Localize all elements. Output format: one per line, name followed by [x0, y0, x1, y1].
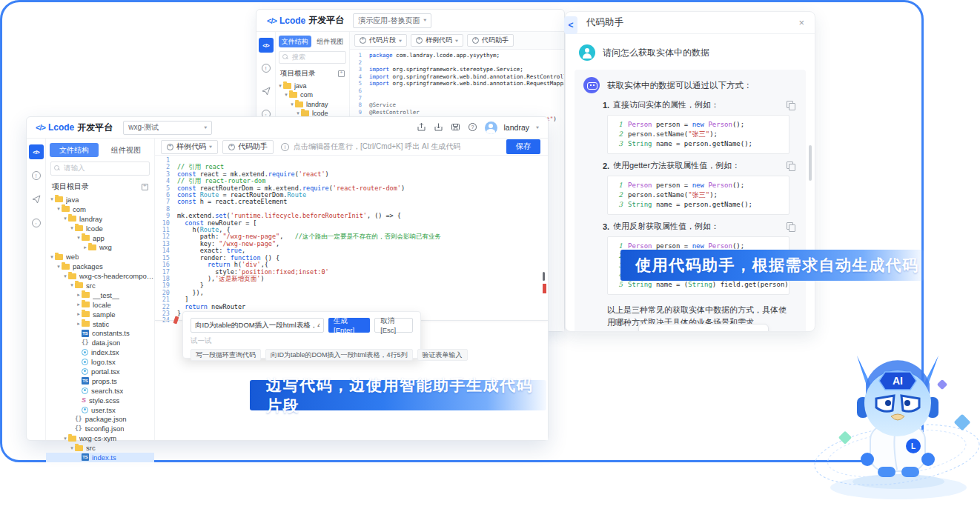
- tree-item[interactable]: ▸sample: [46, 310, 154, 319]
- code-view-icon[interactable]: </>: [29, 144, 44, 159]
- suggestion-chip[interactable]: 向ID为table的DOM插入一段html表格，4行5列: [265, 349, 413, 361]
- panel-scrollbar[interactable]: [809, 145, 812, 181]
- tree-item[interactable]: ▾web: [46, 252, 154, 262]
- cancel-button[interactable]: 取消[Esc]: [374, 318, 413, 333]
- import-icon[interactable]: [434, 122, 444, 133]
- code-line[interactable]: 5import org.springframework.web.bind.ann…: [350, 80, 564, 87]
- tree-item[interactable]: ▾landray: [46, 214, 154, 224]
- tree-item[interactable]: ▾landray: [276, 100, 349, 109]
- tree-item[interactable]: {}data.json: [46, 338, 154, 347]
- tab-file-structure[interactable]: 文件结构: [279, 36, 311, 47]
- tree-item[interactable]: ▾java: [46, 195, 154, 204]
- tree-item[interactable]: ▾app: [46, 233, 154, 243]
- tab-component-view[interactable]: 组件视图: [102, 143, 150, 157]
- tree-item[interactable]: logo.tsx: [46, 357, 154, 367]
- copy-icon[interactable]: [787, 101, 794, 109]
- generate-button[interactable]: 生成[Enter]: [328, 318, 370, 333]
- user-avatar[interactable]: [485, 121, 497, 134]
- tree-item[interactable]: ▸locale: [46, 300, 154, 310]
- tab-component-view[interactable]: 组件视图: [314, 36, 347, 47]
- search-input[interactable]: 请输入: [50, 162, 150, 176]
- code-line[interactable]: 4import org.springframework.web.bind.ann…: [350, 73, 564, 81]
- tree-item[interactable]: ▸wxg: [46, 242, 154, 252]
- ai-prompt-input[interactable]: [191, 318, 324, 333]
- collapse-all-icon[interactable]: [142, 184, 148, 190]
- tree-root-row[interactable]: 项目根目录: [52, 182, 148, 192]
- assistant-input[interactable]: [645, 331, 752, 332]
- code-assistant-tab[interactable]: 代码助手: [222, 140, 274, 154]
- send-icon[interactable]: [752, 330, 762, 332]
- tree-item[interactable]: ▾src: [46, 281, 154, 290]
- tree-item[interactable]: TSindex.ts: [46, 453, 154, 462]
- tree-item[interactable]: ▾lcode: [46, 224, 154, 233]
- tree-item[interactable]: ▾java: [276, 81, 349, 90]
- help-icon[interactable]: ?: [468, 122, 478, 133]
- suggestion-chip[interactable]: 写一段循环查询代码: [191, 349, 261, 361]
- editor-toolbar-tab[interactable]: 代码片段▾: [354, 34, 407, 47]
- code-line[interactable]: 2: [350, 59, 564, 67]
- tree-item[interactable]: index.tsx: [46, 347, 154, 357]
- fg-file-tree: ▾java▾com▾landray▾lcode▾app▸wxg▾web▾pack…: [46, 195, 154, 462]
- tree-item[interactable]: ▾com: [276, 90, 349, 99]
- code-line: 3String name = person.getName();: [614, 200, 783, 210]
- settings-icon[interactable]: ◦: [29, 216, 44, 230]
- code-line[interactable]: 3import org.springframework.stereotype.S…: [350, 66, 564, 73]
- tree-item[interactable]: portal.tsx: [46, 367, 154, 376]
- code-line[interactable]: 7: [350, 95, 564, 102]
- tree-root-row[interactable]: 项目根目录: [280, 69, 345, 79]
- code-view-icon[interactable]: </>: [259, 38, 274, 53]
- app-select[interactable]: 演示应用-替换页面 ▾: [353, 13, 431, 28]
- export-icon[interactable]: [417, 122, 427, 133]
- issues-icon[interactable]: !: [259, 61, 274, 76]
- tree-item[interactable]: user.tsx: [46, 405, 154, 415]
- tree-item[interactable]: {}tsconfig.json: [46, 424, 154, 433]
- editor-toolbar-tab[interactable]: 代码助手: [467, 34, 514, 47]
- tree-item[interactable]: ▾src: [46, 443, 154, 453]
- tree-item[interactable]: Sstyle.scss: [46, 396, 154, 405]
- app-select[interactable]: wxg-测试 ▾: [123, 121, 212, 135]
- search-input[interactable]: 搜索: [279, 51, 346, 64]
- tab-file-structure[interactable]: 文件结构: [50, 143, 99, 157]
- send-icon[interactable]: [29, 192, 44, 207]
- save-icon[interactable]: [451, 122, 461, 133]
- tree-item[interactable]: TSprops.ts: [46, 376, 154, 386]
- tree-item[interactable]: search.tsx: [46, 386, 154, 396]
- code-line[interactable]: 19 }: [155, 282, 548, 289]
- tree-item[interactable]: {}package.json: [46, 414, 154, 424]
- code-line[interactable]: 18 ),'这是新增页面'): [155, 276, 548, 282]
- suggestion-chip[interactable]: 验证表单输入: [417, 349, 468, 361]
- copy-icon[interactable]: [787, 222, 794, 230]
- code-line[interactable]: 8@Service: [350, 101, 564, 109]
- copy-icon[interactable]: [787, 162, 794, 170]
- tree-caret-icon: ▾: [56, 264, 62, 270]
- tree-item-label: landray: [79, 215, 102, 223]
- code-line[interactable]: 20 }),: [155, 290, 548, 296]
- close-icon[interactable]: ×: [798, 17, 804, 28]
- editor-scrollbar[interactable]: [543, 272, 545, 281]
- tree-caret-icon: ▾: [277, 83, 283, 89]
- panel-collapse-button[interactable]: <: [564, 16, 577, 34]
- sample-code-tab[interactable]: 样例代码 ▾: [161, 140, 218, 154]
- tree-item-label: web: [66, 253, 79, 261]
- code-line[interactable]: 22 return newRouter: [155, 304, 548, 310]
- tree-item[interactable]: ▸static: [46, 319, 154, 329]
- code-line[interactable]: 9@RestController: [350, 109, 564, 116]
- issues-icon[interactable]: !: [29, 168, 44, 183]
- new-folder-icon[interactable]: [338, 70, 345, 77]
- code-line[interactable]: 6: [350, 87, 564, 95]
- tree-item[interactable]: TSconstants.ts: [46, 328, 154, 338]
- react-file-icon: [82, 349, 88, 356]
- tree-item[interactable]: ▾wxg-cs-xym: [46, 433, 154, 443]
- code-line[interactable]: 1package com.landray.lcode.app.ysyythym;: [350, 52, 564, 59]
- tree-item[interactable]: ▸__test__: [46, 290, 154, 300]
- code-line[interactable]: 7const h = react.createElement: [155, 199, 548, 205]
- tree-item[interactable]: ▾packages: [46, 262, 154, 271]
- tree-item[interactable]: ▾wxg-cs-headercomponent: [46, 271, 154, 281]
- tree-item[interactable]: ▾com: [46, 204, 154, 214]
- save-button[interactable]: 保存: [506, 139, 540, 154]
- chevron-down-icon[interactable]: ▾: [536, 124, 539, 130]
- editor-toolbar-tab[interactable]: 样例代码▾: [411, 34, 463, 47]
- send-icon[interactable]: [259, 84, 274, 99]
- tree-item-label: portal.tsx: [91, 367, 120, 376]
- suggestion-chips: 写一段循环查询代码向ID为table的DOM插入一段html表格，4行5列验证表…: [191, 349, 413, 361]
